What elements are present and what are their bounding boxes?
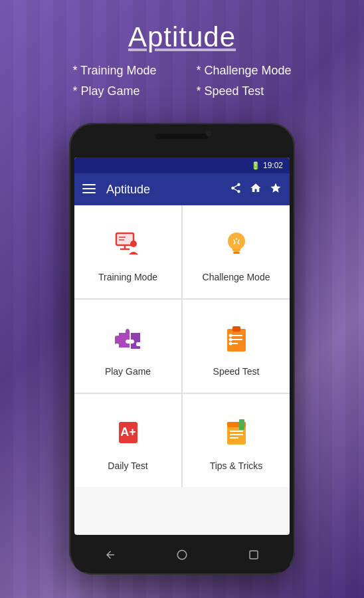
outer-features: * Training Mode * Play Game * Challenge … — [0, 64, 364, 98]
menu-item-daily-test[interactable]: A+ Daily Test — [74, 394, 181, 487]
feature-challenge: * Challenge Mode — [196, 64, 291, 78]
bottom-nav — [74, 540, 290, 572]
app-bar-title: Aptitude — [106, 183, 222, 197]
svg-rect-11 — [233, 252, 240, 254]
play-game-icon — [108, 318, 148, 358]
svg-point-10 — [228, 233, 245, 250]
speed-test-label: Speed Test — [213, 366, 260, 377]
features-col-1: * Training Mode * Play Game — [72, 64, 156, 98]
svg-rect-1 — [82, 188, 96, 189]
home-nav-icon[interactable] — [176, 549, 188, 564]
outer-title: Aptitude — [0, 21, 364, 53]
svg-rect-0 — [82, 184, 96, 185]
feature-speedtest: * Speed Test — [196, 84, 264, 98]
svg-point-18 — [228, 334, 232, 338]
outer-labels: Aptitude * Training Mode * Play Game * C… — [0, 0, 364, 98]
phone-camera — [206, 131, 211, 136]
menu-item-challenge-mode[interactable]: Challenge Mode — [183, 205, 290, 298]
svg-rect-14 — [232, 326, 240, 332]
features-col-2: * Challenge Mode * Speed Test — [196, 64, 291, 98]
svg-rect-30 — [250, 551, 258, 559]
training-mode-icon — [108, 224, 148, 264]
svg-point-19 — [228, 338, 232, 342]
share-icon[interactable] — [230, 182, 242, 197]
play-game-label: Play Game — [105, 366, 151, 377]
feature-training: * Training Mode — [72, 64, 156, 78]
status-time: 19:02 — [263, 161, 283, 170]
star-icon[interactable] — [270, 182, 282, 197]
svg-point-20 — [228, 342, 232, 346]
challenge-mode-icon — [217, 224, 256, 264]
menu-item-training-mode[interactable]: Training Mode — [74, 205, 181, 298]
svg-text:A+: A+ — [120, 425, 136, 439]
daily-test-label: Daily Test — [108, 460, 147, 471]
svg-point-7 — [130, 241, 137, 247]
menu-item-play-game[interactable]: Play Game — [74, 300, 181, 393]
phone-speaker — [155, 134, 209, 139]
menu-grid: Training Mode Challenge Mo — [74, 205, 290, 487]
tips-tricks-icon — [217, 413, 256, 452]
svg-rect-2 — [82, 192, 96, 193]
feature-playgame: * Play Game — [72, 84, 139, 98]
svg-point-29 — [177, 550, 187, 559]
training-mode-label: Training Mode — [98, 272, 157, 282]
menu-icon[interactable] — [82, 183, 96, 197]
menu-item-speed-test[interactable]: Speed Test — [183, 300, 290, 393]
back-nav-icon[interactable] — [104, 549, 116, 564]
home-icon[interactable] — [250, 182, 262, 197]
phone-frame: 🔋 19:02 Aptitude — [69, 123, 295, 575]
battery-icon: 🔋 — [251, 161, 260, 170]
challenge-mode-label: Challenge Mode — [203, 272, 270, 282]
menu-item-tips-tricks[interactable]: Tips & Tricks — [183, 394, 290, 487]
recents-nav-icon[interactable] — [248, 549, 260, 564]
tips-tricks-label: Tips & Tricks — [210, 460, 263, 471]
status-bar: 🔋 19:02 — [74, 157, 290, 173]
daily-test-icon: A+ — [108, 413, 148, 452]
phone-screen: 🔋 19:02 Aptitude — [74, 157, 290, 535]
app-bar: Aptitude — [74, 173, 290, 205]
speed-test-icon — [217, 318, 256, 358]
